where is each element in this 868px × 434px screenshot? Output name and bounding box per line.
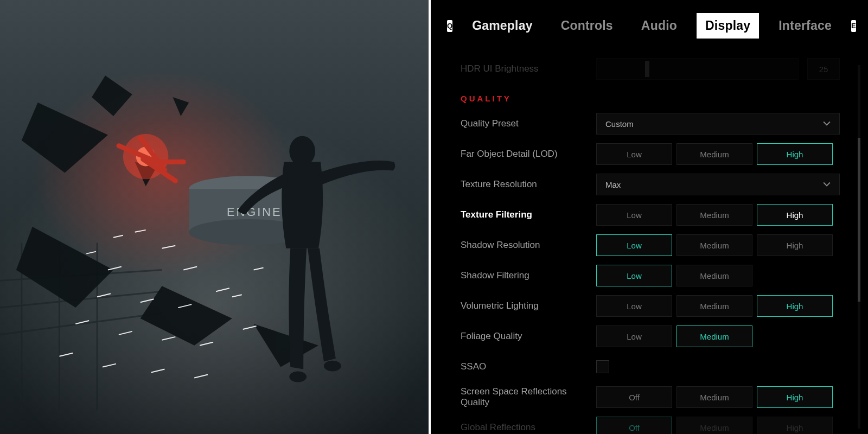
chevron-down-icon [823,120,831,127]
label-foliage-quality: Foliage Quality [461,331,596,342]
option-far-lod-low[interactable]: Low [596,143,672,165]
option-global-refl-high[interactable]: High [757,417,833,434]
game-screenshot: ENGINE [0,0,431,434]
row-volumetric-lighting: Volumetric Lighting Low Medium High [461,291,840,321]
svg-marker-9 [22,103,108,173]
tab-display[interactable]: Display [697,13,759,39]
label-hdr-ui-brightness: HDR UI Brightness [461,63,596,74]
svg-line-38 [194,374,208,378]
section-quality-header: QUALITY [461,84,840,108]
svg-line-42 [86,252,96,254]
slider-value-hdr: 25 [807,58,840,80]
settings-panel: Q Gameplay Controls Audio Display Interf… [431,0,866,434]
row-shadow-filtering: Shadow Filtering Low Medium [461,260,840,291]
svg-marker-10 [92,75,132,116]
row-ssao: SSAO [461,352,840,382]
tab-interface[interactable]: Interface [770,13,840,39]
option-foliage-low[interactable]: Low [596,326,672,347]
prev-tab-key-hint[interactable]: Q [447,20,452,32]
screenshot-illustration: ENGINE [0,0,429,432]
label-texture-resolution: Texture Resolution [461,179,596,190]
option-tex-filt-high[interactable]: High [757,204,833,226]
svg-line-22 [135,230,146,232]
slider-hdr-ui-brightness[interactable] [596,58,799,80]
svg-line-23 [162,246,175,248]
label-ssao: SSAO [461,361,596,372]
settings-list: HDR UI Brightness 25 QUALITY Quality Pre… [431,48,866,434]
svg-line-34 [243,326,257,329]
label-texture-filtering: Texture Filtering [461,209,596,220]
label-quality-preset: Quality Preset [461,118,596,129]
dropdown-quality-preset[interactable]: Custom [596,113,840,135]
row-global-reflections: Global Reflections Off Medium High [461,412,840,434]
option-volumetric-high[interactable]: High [757,295,833,317]
svg-marker-12 [141,286,232,345]
svg-point-44 [289,372,307,382]
label-shadow-filtering: Shadow Filtering [461,270,596,281]
svg-line-36 [103,364,116,367]
dropdown-value: Max [605,180,621,189]
dropdown-texture-resolution[interactable]: Max [596,174,840,195]
option-tex-filt-medium[interactable]: Medium [676,204,752,226]
row-texture-filtering: Texture Filtering Low Medium High [461,200,840,230]
svg-line-35 [59,353,73,356]
slider-handle[interactable] [645,61,649,77]
row-foliage-quality: Foliage Quality Low Medium [461,321,840,352]
row-ssr-quality: Screen Space Reflections Quality Off Med… [461,382,840,412]
label-ssr-quality: Screen Space Reflections Quality [461,386,596,409]
svg-marker-15 [173,97,189,116]
option-volumetric-medium[interactable]: Medium [676,295,752,317]
row-far-object-detail: Far Object Detail (LOD) Low Medium High [461,139,840,169]
svg-line-39 [232,295,242,297]
svg-line-31 [119,331,132,335]
option-global-refl-off[interactable]: Off [596,417,672,434]
option-shadow-filt-medium[interactable]: Medium [676,265,752,286]
dropdown-value: Custom [605,119,634,129]
svg-line-2 [0,313,162,335]
settings-scrollbar[interactable] [858,65,860,429]
next-tab-key-hint[interactable]: E [851,20,856,32]
svg-line-29 [216,288,229,291]
option-tex-filt-low[interactable]: Low [596,204,672,226]
row-quality-preset: Quality Preset Custom [461,108,840,139]
option-ssr-high[interactable]: High [757,386,833,408]
label-far-object-detail: Far Object Detail (LOD) [461,149,596,159]
svg-line-37 [151,369,165,373]
option-far-lod-high[interactable]: High [757,143,833,165]
scrollbar-thumb[interactable] [858,138,860,302]
tab-gameplay[interactable]: Gameplay [463,13,541,39]
svg-line-25 [183,267,197,270]
tab-controls[interactable]: Controls [552,13,622,39]
label-global-reflections: Global Reflections [461,422,596,433]
svg-marker-13 [254,324,318,367]
svg-line-32 [162,337,175,340]
tab-audio[interactable]: Audio [633,13,686,39]
option-shadow-filt-low[interactable]: Low [596,265,672,286]
option-ssr-medium[interactable]: Medium [676,386,752,408]
option-ssr-off[interactable]: Off [596,386,672,408]
checkbox-ssao[interactable] [596,360,609,373]
row-hdr-ui-brightness: HDR UI Brightness 25 [461,54,840,84]
row-shadow-resolution: Shadow Resolution Low Medium High [461,230,840,260]
label-shadow-resolution: Shadow Resolution [461,240,596,251]
label-volumetric-lighting: Volumetric Lighting [461,301,596,311]
svg-line-40 [254,267,264,270]
option-global-refl-medium[interactable]: Medium [676,417,752,434]
svg-marker-11 [16,227,113,308]
option-shadow-res-medium[interactable]: Medium [676,234,752,256]
option-shadow-res-high[interactable]: High [757,234,833,256]
option-shadow-res-low[interactable]: Low [596,234,672,256]
svg-point-45 [324,361,341,372]
option-foliage-medium[interactable]: Medium [676,326,752,347]
row-texture-resolution: Texture Resolution Max [461,169,840,200]
svg-line-33 [200,342,213,346]
svg-line-41 [113,235,123,238]
svg-point-43 [289,136,315,167]
option-volumetric-low[interactable]: Low [596,295,672,317]
tabs-bar: Q Gameplay Controls Audio Display Interf… [431,5,866,48]
tank-label: ENGINE [227,205,282,219]
chevron-down-icon [823,181,831,188]
option-far-lod-medium[interactable]: Medium [676,143,752,165]
